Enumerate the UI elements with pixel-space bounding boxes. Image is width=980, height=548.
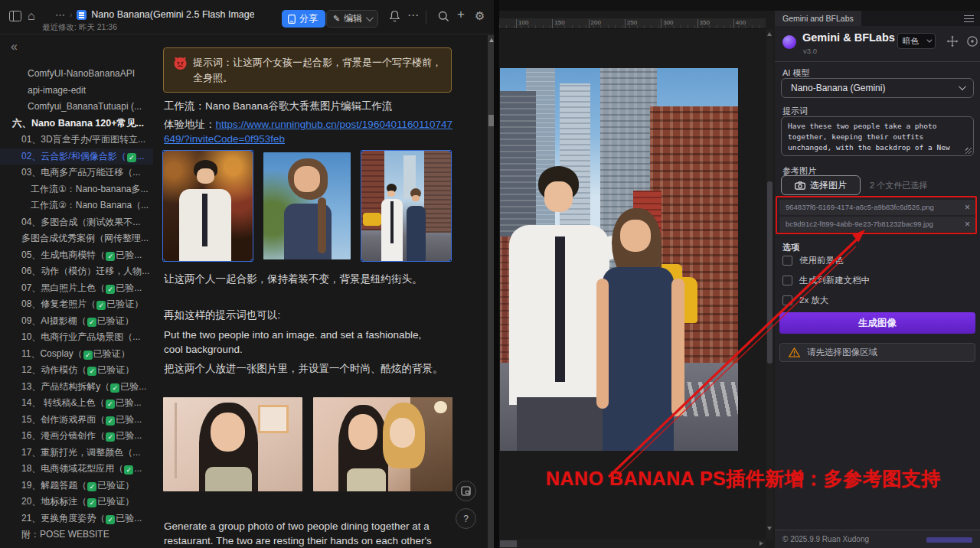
template-button[interactable] bbox=[456, 481, 476, 501]
verified-check-icon: ✓ bbox=[106, 400, 115, 409]
plus-icon[interactable]: + bbox=[457, 8, 465, 20]
sidebar-item[interactable]: 11、Cosplay（✓已验证） bbox=[0, 346, 153, 363]
share-button[interactable]: 分享 bbox=[282, 10, 325, 28]
sidebar-item[interactable]: 15、创作游戏界面（✓已验... bbox=[0, 412, 153, 429]
sidebar-item[interactable]: 多图合成优秀案例（网传整理... bbox=[0, 230, 153, 247]
sidebar-item[interactable]: 13、产品结构拆解y（✓已验... bbox=[0, 379, 153, 396]
theme-select[interactable]: 暗色 bbox=[897, 33, 936, 49]
option-label: 使用前景色 bbox=[799, 255, 844, 266]
sidebar-item[interactable]: 17、重新打光，调整颜色（... bbox=[0, 445, 153, 462]
window-divider bbox=[494, 0, 499, 548]
sidebar-item[interactable]: 06、动作（模仿）迁移，人物... bbox=[0, 263, 153, 280]
sidebar-item[interactable]: 03、电商多产品万能迁移（... bbox=[0, 165, 153, 181]
sidebar-item[interactable]: ComfyUI-NanoBananaAPI bbox=[0, 66, 153, 83]
sidebar-item[interactable]: Comfyui_BananaTutuapi (... bbox=[0, 99, 153, 116]
panel-menu-icon[interactable] bbox=[964, 15, 974, 22]
sidebar-item[interactable]: api-image-edit bbox=[0, 83, 153, 99]
scroll-up-icon[interactable] bbox=[767, 32, 772, 36]
sidebar-item[interactable]: 04、多图合成（测试效果不... bbox=[0, 214, 153, 231]
choose-images-label: 选择图片 bbox=[810, 179, 847, 192]
scroll-right-icon[interactable] bbox=[760, 541, 763, 546]
result-image-row bbox=[163, 397, 452, 491]
canvas-photo-couple-nyc[interactable] bbox=[500, 68, 738, 451]
generate-image-button[interactable]: 生成图像 bbox=[779, 312, 975, 334]
edit-label: 编辑 bbox=[344, 12, 362, 25]
ruler-tick-label: 200 bbox=[589, 19, 601, 28]
breadcrumb-more-icon[interactable]: ⋯ bbox=[55, 9, 65, 21]
option-row[interactable]: 2x 放大 bbox=[782, 294, 828, 306]
sidebar-item[interactable]: 07、黑白照片上色（✓已验... bbox=[0, 280, 153, 297]
checkbox[interactable] bbox=[782, 295, 792, 305]
chevron-down-icon bbox=[366, 14, 374, 21]
sidebar-item[interactable]: 18、电商领域花型应用（✓... bbox=[0, 461, 153, 478]
sidebar-item[interactable]: 14、 转线稿&上色（✓已验... bbox=[0, 395, 153, 412]
reference-image-couple[interactable] bbox=[361, 151, 451, 261]
option-row[interactable]: 使用前景色 bbox=[782, 254, 844, 266]
target-icon[interactable] bbox=[966, 35, 978, 47]
sidebar-item[interactable]: 10、电商行业产品场景图（... bbox=[0, 329, 153, 346]
prompt-label: 提示词 bbox=[782, 106, 808, 117]
home-icon[interactable]: ⌂ bbox=[28, 10, 35, 21]
sidebar-toggle-icon[interactable] bbox=[9, 11, 21, 23]
share-icon bbox=[288, 15, 296, 24]
reference-file-row: bc9d91c2-f899-4abb-9e23-7b81232bac99.jpg… bbox=[779, 217, 975, 232]
photoshop-canvas[interactable] bbox=[499, 29, 766, 540]
scrollbar-thumb[interactable] bbox=[500, 540, 517, 547]
sidebar-item[interactable]: 16、漫画分镜创作（✓已验... bbox=[0, 428, 153, 445]
canvas-vertical-scrollbar[interactable] bbox=[766, 29, 773, 540]
sidebar-item[interactable]: 01、3D盲盒手办/平面图转立... bbox=[0, 132, 153, 148]
edit-button[interactable]: ✎ 编辑 bbox=[326, 10, 378, 28]
sidebar-item[interactable]: 09、AI摄影棚（✓已验证） bbox=[0, 313, 153, 330]
chevron-down-icon bbox=[959, 83, 966, 90]
footer-link[interactable] bbox=[926, 537, 972, 543]
verified-check-icon: ✓ bbox=[106, 432, 115, 442]
reference-image-row bbox=[163, 151, 451, 261]
help-button[interactable]: ? bbox=[456, 508, 476, 529]
header-divider bbox=[426, 11, 426, 24]
plugin-title: Gemini & BFLabs bbox=[802, 31, 895, 44]
verified-check-icon: ✓ bbox=[87, 367, 96, 376]
more-icon[interactable]: ⋯ bbox=[407, 9, 419, 21]
verified-check-icon: ✓ bbox=[87, 498, 96, 507]
bell-icon[interactable] bbox=[389, 10, 400, 24]
gear-icon[interactable]: ⚙ bbox=[475, 10, 485, 21]
checkbox[interactable] bbox=[782, 256, 792, 266]
scroll-down-icon[interactable] bbox=[767, 527, 772, 530]
tab-gemini-bflabs[interactable]: Gemini and BFLabs bbox=[775, 11, 861, 26]
reference-image-man[interactable] bbox=[163, 151, 253, 261]
sidebar-item[interactable]: 02、云合影/和偶像合影（✓... bbox=[0, 148, 153, 165]
sidebar-item[interactable]: 19、解题答题（✓已验证） bbox=[0, 478, 153, 494]
sidebar-item[interactable]: 12、动作模仿（✓已验证） bbox=[0, 362, 153, 379]
theme-select-value: 暗色 bbox=[903, 36, 919, 47]
resize-grip-icon[interactable] bbox=[965, 148, 972, 154]
sidebar-item[interactable]: 20、地标标注（✓已验证） bbox=[0, 494, 153, 510]
sidebar-item[interactable]: 05、生成电商模特（✓已验... bbox=[0, 247, 153, 264]
checkbox[interactable] bbox=[782, 276, 792, 285]
model-select[interactable]: Nano-Banana (Gemini) bbox=[781, 78, 974, 98]
prompt-textarea[interactable]: Have these two people take a photo toget… bbox=[781, 116, 974, 156]
sidebar-item[interactable]: 附：POSE WEBSITE bbox=[0, 527, 153, 543]
move-icon[interactable] bbox=[946, 35, 959, 47]
remove-file-icon[interactable]: × bbox=[965, 217, 970, 232]
remove-file-icon[interactable]: × bbox=[965, 200, 970, 215]
choose-images-button[interactable]: 选择图片 bbox=[781, 175, 861, 195]
result-image-two-women[interactable] bbox=[313, 397, 452, 491]
sidebar-item[interactable]: 工作流①：Nano-banana多... bbox=[0, 181, 153, 198]
page-title[interactable]: Nano Banana(Gemini 2.5 Flash Image)用法和教.… bbox=[91, 8, 254, 21]
sidebar-item[interactable]: 工作流②：Nano Banana（... bbox=[0, 197, 153, 214]
scroll-up-icon[interactable] bbox=[489, 38, 494, 42]
sidebar-item[interactable]: 六、Nano Banana 120+常见... bbox=[0, 116, 153, 132]
reference-image-woman[interactable] bbox=[263, 152, 351, 259]
sidebar-collapse-icon[interactable]: « bbox=[11, 40, 18, 54]
breadcrumb: ⋯ › Nano Banana(Gemini 2.5 Flash Image)用… bbox=[55, 8, 254, 21]
sidebar-item[interactable]: 08、修复老照片（✓已验证） bbox=[0, 296, 153, 313]
scrollbar-thumb[interactable] bbox=[488, 115, 494, 126]
paragraph-chinese-prompt: 把这两个人放进一张图片里，并设置一个时尚、酷炫的背景。 bbox=[164, 361, 453, 376]
scrollbar-thumb[interactable] bbox=[767, 181, 773, 364]
sidebar-item[interactable]: 21、更换角度姿势（✓已验... bbox=[0, 510, 153, 527]
result-image-selfie[interactable] bbox=[163, 397, 302, 491]
canvas-horizontal-scrollbar[interactable] bbox=[499, 540, 766, 548]
search-icon[interactable] bbox=[438, 11, 449, 24]
option-row[interactable]: 生成到新建文档中 bbox=[782, 274, 870, 286]
reference-file-row: 964837f6-6169-4174-a6c5-a9b83fc6d526.png… bbox=[779, 200, 975, 215]
